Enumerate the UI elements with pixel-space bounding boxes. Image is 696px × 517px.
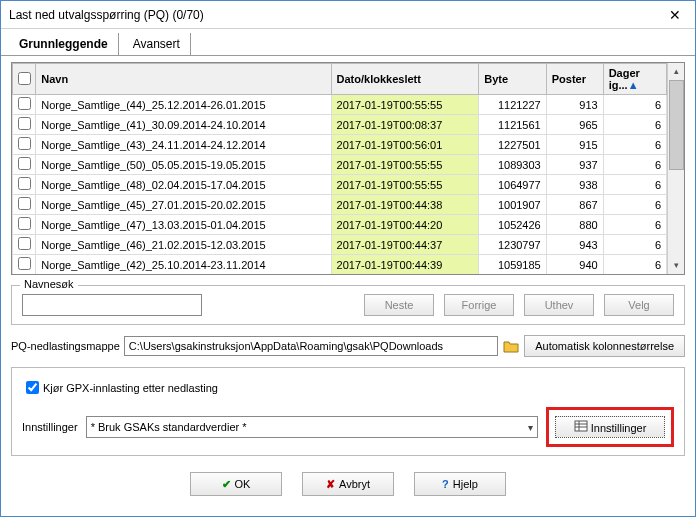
row-checkbox[interactable] — [18, 197, 31, 210]
cell-name: Norge_Samtlige_(50)_05.05.2015-19.05.201… — [36, 155, 331, 175]
help-icon: ? — [442, 478, 449, 490]
svg-rect-0 — [575, 421, 587, 431]
cell-days: 6 — [603, 95, 666, 115]
row-checkbox[interactable] — [18, 117, 31, 130]
table-row[interactable]: Norge_Samtlige_(50)_05.05.2015-19.05.201… — [13, 155, 667, 175]
cell-byte: 1001907 — [479, 195, 547, 215]
table-row[interactable]: Norge_Samtlige_(42)_25.10.2014-23.11.201… — [13, 255, 667, 275]
highlight-box: Innstillinger — [546, 407, 674, 447]
cell-name: Norge_Samtlige_(48)_02.04.2015-17.04.201… — [36, 175, 331, 195]
gpx-settings-button[interactable]: Innstillinger — [555, 416, 665, 438]
cell-date: 2017-01-19T00:44:37 — [331, 235, 479, 255]
table-row[interactable]: Norge_Samtlige_(48)_02.04.2015-17.04.201… — [13, 175, 667, 195]
cell-date: 2017-01-19T00:55:55 — [331, 95, 479, 115]
cell-name: Norge_Samtlige_(47)_13.03.2015-01.04.201… — [36, 215, 331, 235]
cell-name: Norge_Samtlige_(45)_27.01.2015-20.02.201… — [36, 195, 331, 215]
cell-byte: 1059185 — [479, 255, 547, 275]
cell-date: 2017-01-19T00:44:20 — [331, 215, 479, 235]
table-row[interactable]: Norge_Samtlige_(41)_30.09.2014-24.10.201… — [13, 115, 667, 135]
cell-days: 6 — [603, 255, 666, 275]
cell-posts: 943 — [546, 235, 603, 255]
scroll-down-icon[interactable]: ▾ — [674, 257, 679, 274]
gpx-settings-label: Innstillinger — [22, 421, 78, 433]
dialog-window: Last ned utvalgsspørring (PQ) (0/70) ✕ G… — [0, 0, 696, 517]
cell-byte: 1230797 — [479, 235, 547, 255]
name-search-group: Navnesøk Neste Forrige Uthev Velg — [11, 285, 685, 325]
path-input[interactable] — [124, 336, 498, 356]
cell-name: Norge_Samtlige_(46)_21.02.2015-12.03.201… — [36, 235, 331, 255]
window-title: Last ned utvalgsspørring (PQ) (0/70) — [9, 8, 655, 22]
row-checkbox[interactable] — [18, 137, 31, 150]
ok-button[interactable]: ✔OK — [190, 472, 282, 496]
auto-column-button[interactable]: Automatisk kolonnestørrelse — [524, 335, 685, 357]
row-checkbox[interactable] — [18, 217, 31, 230]
cell-posts: 915 — [546, 135, 603, 155]
next-button[interactable]: Neste — [364, 294, 434, 316]
gpx-checkbox-label: Kjør GPX-innlasting etter nedlasting — [43, 382, 218, 394]
highlight-button[interactable]: Uthev — [524, 294, 594, 316]
settings-icon — [574, 420, 588, 432]
scrollbar[interactable]: ▴ ▾ — [667, 63, 684, 274]
chevron-down-icon: ▾ — [528, 422, 533, 433]
gpx-checkbox[interactable] — [26, 381, 39, 394]
search-input[interactable] — [22, 294, 202, 316]
table-row[interactable]: Norge_Samtlige_(44)_25.12.2014-26.01.201… — [13, 95, 667, 115]
row-checkbox[interactable] — [18, 97, 31, 110]
col-check[interactable] — [13, 64, 36, 95]
table-row[interactable]: Norge_Samtlige_(45)_27.01.2015-20.02.201… — [13, 195, 667, 215]
cell-days: 6 — [603, 135, 666, 155]
col-posts[interactable]: Poster — [546, 64, 603, 95]
cell-name: Norge_Samtlige_(43)_24.11.2014-24.12.201… — [36, 135, 331, 155]
cell-byte: 1121561 — [479, 115, 547, 135]
check-icon: ✔ — [222, 478, 231, 491]
cell-byte: 1052426 — [479, 215, 547, 235]
row-checkbox[interactable] — [18, 257, 31, 270]
col-days[interactable]: Dager ig...▲ — [603, 64, 666, 95]
cell-days: 6 — [603, 155, 666, 175]
scroll-up-icon[interactable]: ▴ — [674, 63, 679, 80]
cell-byte: 1064977 — [479, 175, 547, 195]
gpx-settings-combo[interactable]: * Bruk GSAKs standardverdier * ▾ — [86, 416, 538, 438]
tab-basic[interactable]: Grunnleggende — [9, 33, 119, 55]
cell-date: 2017-01-19T00:44:39 — [331, 255, 479, 275]
cell-byte: 1089303 — [479, 155, 547, 175]
cell-posts: 913 — [546, 95, 603, 115]
cell-posts: 937 — [546, 155, 603, 175]
col-date[interactable]: Dato/klokkeslett — [331, 64, 479, 95]
folder-icon[interactable] — [502, 337, 520, 355]
cell-days: 6 — [603, 195, 666, 215]
col-byte[interactable]: Byte — [479, 64, 547, 95]
name-search-legend: Navnesøk — [20, 278, 78, 290]
gpx-group: Kjør GPX-innlasting etter nedlasting Inn… — [11, 367, 685, 456]
row-checkbox[interactable] — [18, 177, 31, 190]
help-button[interactable]: ?Hjelp — [414, 472, 506, 496]
cell-posts: 938 — [546, 175, 603, 195]
table-row[interactable]: Norge_Samtlige_(46)_21.02.2015-12.03.201… — [13, 235, 667, 255]
select-button[interactable]: Velg — [604, 294, 674, 316]
cell-name: Norge_Samtlige_(44)_25.12.2014-26.01.201… — [36, 95, 331, 115]
scroll-thumb[interactable] — [669, 80, 684, 170]
results-grid: Navn Dato/klokkeslett Byte Poster Dager … — [11, 62, 685, 275]
cell-byte: 1227501 — [479, 135, 547, 155]
footer: ✔OK ✘Avbryt ?Hjelp — [11, 462, 685, 510]
cell-days: 6 — [603, 175, 666, 195]
cell-days: 6 — [603, 115, 666, 135]
table-row[interactable]: Norge_Samtlige_(47)_13.03.2015-01.04.201… — [13, 215, 667, 235]
cell-posts: 867 — [546, 195, 603, 215]
close-button[interactable]: ✕ — [655, 1, 695, 29]
table-row[interactable]: Norge_Samtlige_(43)_24.11.2014-24.12.201… — [13, 135, 667, 155]
row-checkbox[interactable] — [18, 157, 31, 170]
x-icon: ✘ — [326, 478, 335, 491]
cell-date: 2017-01-19T00:56:01 — [331, 135, 479, 155]
cell-byte: 1121227 — [479, 95, 547, 115]
cell-posts: 965 — [546, 115, 603, 135]
cell-name: Norge_Samtlige_(42)_25.10.2014-23.11.201… — [36, 255, 331, 275]
col-name[interactable]: Navn — [36, 64, 331, 95]
row-checkbox[interactable] — [18, 237, 31, 250]
cancel-button[interactable]: ✘Avbryt — [302, 472, 394, 496]
cell-posts: 940 — [546, 255, 603, 275]
prev-button[interactable]: Forrige — [444, 294, 514, 316]
select-all-checkbox[interactable] — [18, 72, 31, 85]
tab-advanced[interactable]: Avansert — [123, 33, 191, 55]
cell-date: 2017-01-19T00:08:37 — [331, 115, 479, 135]
